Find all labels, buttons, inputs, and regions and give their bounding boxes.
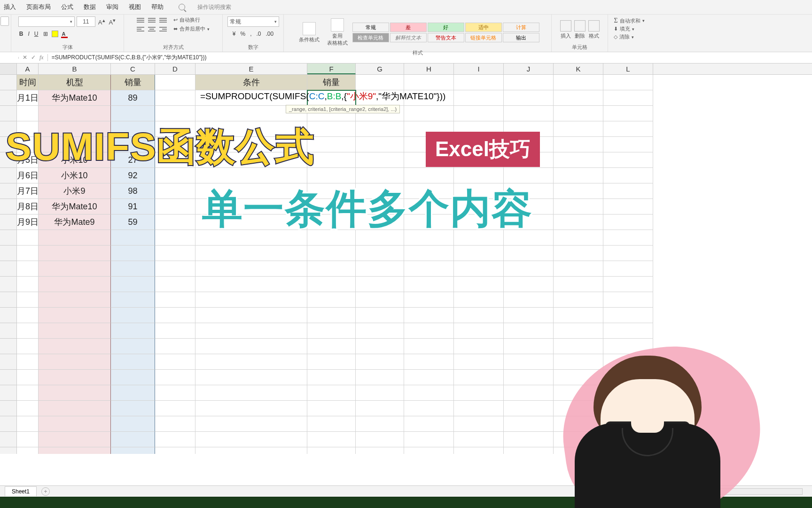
cell-B[interactable] xyxy=(39,385,111,401)
conditional-format-button[interactable]: 条件格式 xyxy=(296,20,322,45)
percent-icon[interactable]: % xyxy=(239,31,246,37)
cell-L[interactable] xyxy=(603,152,653,168)
cell-L[interactable] xyxy=(603,277,653,292)
fill-button[interactable]: ⬇填充▾ xyxy=(614,25,634,33)
cell-J[interactable] xyxy=(504,277,554,292)
cancel-formula-icon[interactable]: ✕ xyxy=(23,54,27,61)
row-header[interactable] xyxy=(0,339,17,354)
cell-A[interactable]: 月9日 xyxy=(17,214,39,230)
cell-D[interactable] xyxy=(155,292,195,308)
cell-A[interactable] xyxy=(17,385,39,401)
cell-F[interactable] xyxy=(307,447,356,454)
inc-decimal-icon[interactable]: .0 xyxy=(256,31,262,37)
style-normal[interactable]: 常规 xyxy=(352,23,389,32)
cell-F[interactable] xyxy=(307,292,356,308)
cell-F[interactable] xyxy=(307,277,356,292)
cell-B[interactable]: 小米9 xyxy=(39,183,111,199)
cell-I[interactable] xyxy=(454,416,504,432)
cell-E[interactable] xyxy=(195,292,307,308)
cell-F[interactable]: 销量 xyxy=(307,75,356,90)
cell-B[interactable] xyxy=(39,447,111,454)
cell-I[interactable] xyxy=(454,308,504,323)
cell-A[interactable] xyxy=(17,401,39,416)
row-header[interactable] xyxy=(0,401,17,416)
row-header[interactable] xyxy=(0,323,17,339)
row-header[interactable] xyxy=(0,183,17,199)
cell-B[interactable] xyxy=(39,230,111,246)
cell-C[interactable] xyxy=(111,385,155,401)
tab-formula[interactable]: 公式 xyxy=(61,3,73,11)
cell-G[interactable] xyxy=(356,137,404,152)
add-sheet-button[interactable]: + xyxy=(41,487,50,496)
cell-B[interactable]: 华为Mate10 xyxy=(39,199,111,214)
cell-D[interactable] xyxy=(155,277,195,292)
cell-I[interactable] xyxy=(454,261,504,277)
align-top-icon[interactable] xyxy=(137,18,144,23)
cell-C[interactable] xyxy=(111,447,155,454)
cell-A[interactable] xyxy=(17,339,39,354)
name-box[interactable] xyxy=(0,57,19,59)
cell-I[interactable] xyxy=(454,246,504,261)
row-header[interactable] xyxy=(0,230,17,246)
cell-B[interactable] xyxy=(39,401,111,416)
cell-G[interactable] xyxy=(356,432,404,447)
cell-L[interactable] xyxy=(603,246,653,261)
cell-E[interactable] xyxy=(195,354,307,370)
cell-H[interactable] xyxy=(404,246,454,261)
cell-D[interactable] xyxy=(155,183,195,199)
style-check[interactable]: 检查单元格 xyxy=(352,33,389,42)
cell-A[interactable] xyxy=(17,106,39,121)
cell-L[interactable] xyxy=(603,214,653,230)
cell-I[interactable] xyxy=(454,323,504,339)
cell-E[interactable] xyxy=(195,308,307,323)
row-header[interactable] xyxy=(0,277,17,292)
cell-E[interactable] xyxy=(195,385,307,401)
col-header-J[interactable]: J xyxy=(504,64,554,74)
cell-B[interactable] xyxy=(39,432,111,447)
style-link[interactable]: 链接单元格 xyxy=(465,33,502,42)
cell-I[interactable] xyxy=(454,106,504,121)
cell-D[interactable] xyxy=(155,246,195,261)
search-hint[interactable]: 操作说明搜索 xyxy=(197,3,231,11)
cell-L[interactable] xyxy=(603,183,653,199)
cell-D[interactable] xyxy=(155,323,195,339)
cell-D[interactable] xyxy=(155,230,195,246)
search-icon[interactable] xyxy=(179,4,185,10)
cell-E[interactable] xyxy=(195,246,307,261)
cell-K[interactable] xyxy=(554,246,603,261)
cell-K[interactable] xyxy=(554,183,603,199)
cell-J[interactable] xyxy=(504,106,554,121)
font-color-button[interactable] xyxy=(61,31,83,37)
align-left-icon[interactable] xyxy=(137,27,144,32)
cell-K[interactable] xyxy=(554,168,603,183)
cell-A[interactable] xyxy=(17,432,39,447)
cell-E[interactable] xyxy=(195,370,307,385)
cell-E[interactable] xyxy=(195,277,307,292)
cell-A[interactable] xyxy=(17,416,39,432)
cell-D[interactable] xyxy=(155,75,195,90)
cell-B[interactable] xyxy=(39,416,111,432)
cell-D[interactable] xyxy=(155,106,195,121)
row-header[interactable] xyxy=(0,416,17,432)
cell-A[interactable] xyxy=(17,323,39,339)
cell-I[interactable] xyxy=(454,75,504,90)
cell-E[interactable] xyxy=(195,401,307,416)
cell-D[interactable] xyxy=(155,432,195,447)
number-format-dropdown[interactable]: 常规▾ xyxy=(227,16,279,27)
row-header[interactable] xyxy=(0,90,17,106)
cell-H[interactable] xyxy=(404,385,454,401)
cell-I[interactable] xyxy=(454,90,504,106)
sheet-tab-1[interactable]: Sheet1 xyxy=(5,486,37,496)
cell-G[interactable] xyxy=(356,152,404,168)
cell-C[interactable] xyxy=(111,230,155,246)
cell-B[interactable]: 机型 xyxy=(39,75,111,90)
font-name-dropdown[interactable]: ▾ xyxy=(18,16,75,27)
cell-H[interactable] xyxy=(404,354,454,370)
cell-G[interactable] xyxy=(356,385,404,401)
cell-C[interactable] xyxy=(111,277,155,292)
cell-A[interactable]: 月8日 xyxy=(17,199,39,214)
cell-G[interactable] xyxy=(356,354,404,370)
cell-L[interactable] xyxy=(603,137,653,152)
cell-G[interactable] xyxy=(356,401,404,416)
cell-H[interactable] xyxy=(404,75,454,90)
